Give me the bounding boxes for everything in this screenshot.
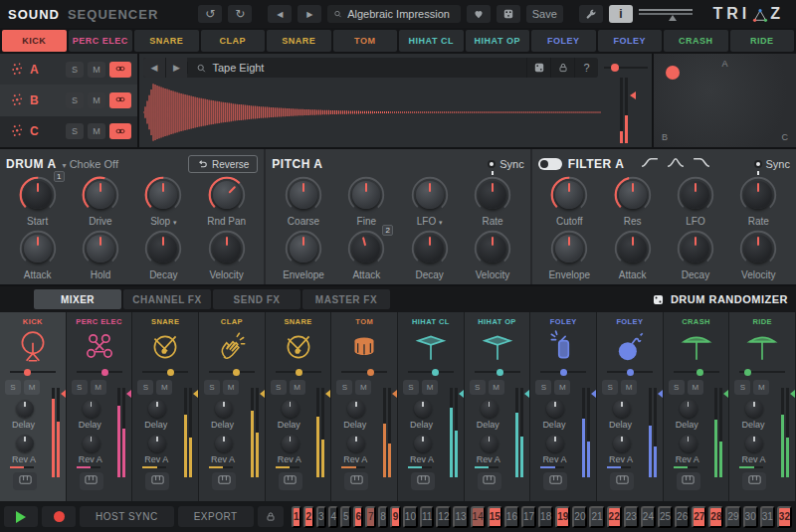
mixer-channel-11-ride[interactable]: RIDESMDelayRev A (729, 312, 796, 501)
channel-mute-button[interactable]: M (422, 380, 438, 395)
channel-reverb-knob[interactable] (16, 435, 34, 452)
knob-velocity[interactable] (738, 229, 778, 268)
knob-cutoff[interactable] (549, 175, 589, 215)
channel-reverb-knob[interactable] (481, 435, 498, 452)
layer-a-solo-button[interactable]: S (66, 62, 84, 78)
drum-tab-5-tom[interactable]: TOM (333, 30, 398, 52)
drum-randomizer-button[interactable]: DRUM RANDOMIZER (652, 293, 788, 306)
drum-tab-8-foley[interactable]: FOLEY (531, 30, 596, 52)
channel-output-button[interactable] (344, 472, 368, 490)
layer-c-solo-button[interactable]: S (66, 123, 84, 139)
step-1[interactable]: 1 (292, 506, 301, 528)
sample-pan-slider[interactable] (604, 64, 648, 72)
drum-tab-4-snare[interactable]: SNARE (267, 30, 331, 52)
mixer-channel-7-hihat-op[interactable]: HIHAT OPSMDelayRev A (465, 312, 531, 501)
channel-pan-slider[interactable] (739, 368, 785, 376)
channel-delay-knob[interactable] (745, 400, 763, 418)
channel-output-button[interactable] (677, 472, 700, 490)
knob-slop[interactable] (143, 175, 183, 215)
step-8[interactable]: 8 (378, 506, 388, 528)
channel-delay-knob[interactable] (347, 400, 365, 418)
channel-mute-button[interactable]: M (489, 380, 504, 395)
step-7[interactable]: 7 (365, 506, 375, 528)
channel-mute-button[interactable]: M (156, 380, 172, 395)
layer-row-b[interactable]: BSM (0, 85, 137, 115)
channel-pan-slider[interactable] (607, 368, 653, 376)
step-10[interactable]: 10 (403, 506, 418, 528)
channel-delay-knob[interactable] (16, 400, 34, 418)
channel-pan-slider[interactable] (77, 368, 122, 376)
knob-rnd-pan[interactable] (207, 175, 247, 215)
step-16[interactable]: 16 (504, 506, 519, 528)
mixer-channel-5-tom[interactable]: TOMSMDelayRev A (331, 312, 398, 501)
step-18[interactable]: 18 (538, 506, 553, 528)
layer-b-mute-button[interactable]: M (88, 92, 105, 108)
step-26[interactable]: 26 (675, 506, 690, 528)
host-sync-button[interactable]: HOST SYNC (80, 506, 174, 527)
channel-pan-slider[interactable] (540, 368, 586, 376)
channel-output-button[interactable] (80, 472, 103, 490)
drum-tab-3-clap[interactable]: CLAP (201, 30, 266, 52)
channel-delay-knob[interactable] (215, 400, 233, 418)
next-preset-button[interactable]: ▶ (298, 5, 321, 23)
channel-delay-knob[interactable] (282, 400, 299, 418)
fx-tab-send-fx[interactable]: SEND FX (213, 289, 300, 309)
knob-decay[interactable] (676, 229, 715, 268)
drum-tab-11-ride[interactable]: RIDE (730, 30, 795, 52)
knob-rate[interactable] (473, 175, 512, 215)
drum-tab-9-foley[interactable]: FOLEY (598, 30, 663, 52)
knob-envelope[interactable] (549, 229, 589, 268)
drum-tab-1-perc-elec[interactable]: PERC ELEC (69, 30, 133, 52)
sample-name-input[interactable] (212, 62, 518, 74)
xy-morph-pad[interactable]: A B C (652, 54, 796, 147)
channel-reverb-knob[interactable] (83, 435, 100, 452)
mixer-channel-3-clap[interactable]: CLAPSMDelayRev A (199, 312, 266, 501)
knob-rate[interactable] (738, 175, 778, 215)
knob-start[interactable]: 1 (18, 175, 58, 215)
channel-solo-button[interactable]: S (204, 380, 220, 395)
channel-solo-button[interactable]: S (72, 380, 88, 395)
channel-solo-button[interactable]: S (403, 380, 419, 395)
channel-mute-button[interactable]: M (290, 380, 305, 395)
channel-mute-button[interactable]: M (554, 380, 570, 395)
export-button[interactable]: EXPORT (178, 506, 254, 527)
channel-delay-knob[interactable] (546, 400, 564, 418)
redo-button[interactable]: ↻ (228, 5, 252, 23)
layer-row-a[interactable]: ASM (0, 54, 137, 85)
knob-lfo[interactable] (676, 175, 715, 215)
lock-sample-button[interactable] (550, 58, 574, 78)
step-12[interactable]: 12 (436, 506, 451, 528)
channel-solo-button[interactable]: S (5, 380, 21, 395)
channel-mute-button[interactable]: M (355, 380, 371, 395)
channel-reverb-knob[interactable] (613, 435, 631, 452)
reverse-button[interactable]: Reverse (188, 155, 258, 173)
channel-reverb-knob[interactable] (148, 435, 166, 452)
step-13[interactable]: 13 (453, 506, 468, 528)
highpass-filter-icon[interactable] (640, 155, 660, 173)
prev-preset-button[interactable]: ◀ (268, 5, 292, 23)
mixer-channel-2-snare[interactable]: SNARESMDelayRev A (132, 312, 199, 501)
filter-enable-toggle[interactable] (538, 158, 562, 170)
channel-output-button[interactable] (13, 472, 37, 490)
channel-pan-slider[interactable] (209, 368, 255, 376)
knob-envelope[interactable] (284, 229, 323, 268)
knob-drive[interactable] (81, 175, 120, 215)
channel-output-button[interactable] (478, 472, 501, 490)
save-button[interactable]: Save (526, 5, 563, 23)
master-volume-slider[interactable] (639, 7, 694, 21)
channel-reverb-knob[interactable] (215, 435, 233, 452)
channel-output-button[interactable] (610, 472, 634, 490)
channel-solo-button[interactable]: S (470, 380, 486, 395)
channel-delay-knob[interactable] (481, 400, 498, 418)
step-31[interactable]: 31 (760, 506, 775, 528)
waveform-display[interactable] (143, 80, 602, 145)
knob-hold[interactable] (81, 229, 120, 268)
step-20[interactable]: 20 (572, 506, 587, 528)
channel-solo-button[interactable]: S (669, 380, 685, 395)
mixer-channel-10-crash[interactable]: CRASHSMDelayRev A (664, 312, 730, 501)
step-28[interactable]: 28 (708, 506, 723, 528)
layer-row-c[interactable]: CSM (0, 116, 137, 147)
channel-pan-slider[interactable] (276, 368, 321, 376)
step-11[interactable]: 11 (420, 506, 434, 528)
channel-reverb-knob[interactable] (347, 435, 365, 452)
